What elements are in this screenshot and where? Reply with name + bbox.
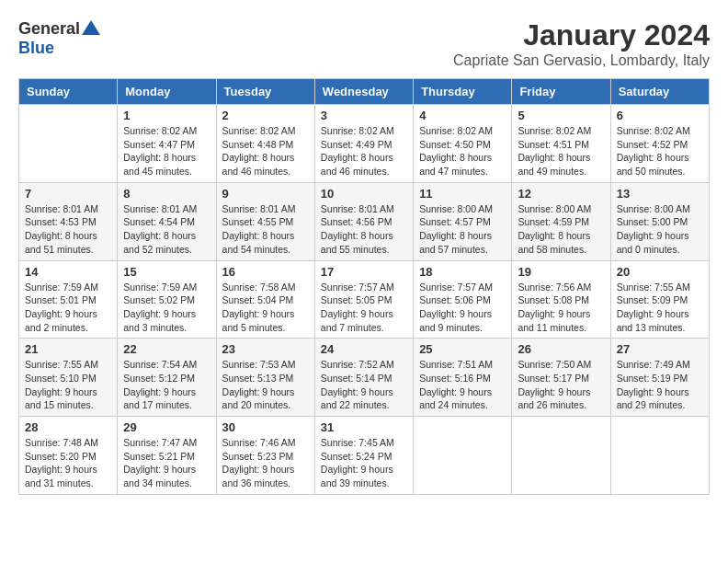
calendar-header-sunday: Sunday <box>19 79 118 105</box>
calendar-header-row: SundayMondayTuesdayWednesdayThursdayFrid… <box>19 79 710 105</box>
calendar-cell: 10Sunrise: 8:01 AMSunset: 4:56 PMDayligh… <box>314 182 413 260</box>
day-number: 16 <box>222 265 309 279</box>
calendar-cell: 25Sunrise: 7:51 AMSunset: 5:16 PMDayligh… <box>414 339 512 417</box>
calendar-cell: 6Sunrise: 8:02 AMSunset: 4:52 PMDaylight… <box>610 105 709 183</box>
day-info: Sunrise: 7:48 AMSunset: 5:20 PMDaylight:… <box>25 436 111 490</box>
day-number: 4 <box>419 109 506 122</box>
day-number: 5 <box>518 109 604 122</box>
calendar-table: SundayMondayTuesdayWednesdayThursdayFrid… <box>18 78 710 495</box>
calendar-cell: 18Sunrise: 7:57 AMSunset: 5:06 PMDayligh… <box>414 260 512 339</box>
calendar-week-row: 14Sunrise: 7:59 AMSunset: 5:01 PMDayligh… <box>19 260 710 339</box>
day-number: 8 <box>123 187 210 201</box>
calendar-cell: 11Sunrise: 8:00 AMSunset: 4:57 PMDayligh… <box>414 182 512 260</box>
day-info: Sunrise: 7:45 AMSunset: 5:24 PMDaylight:… <box>321 436 407 490</box>
day-number: 18 <box>419 265 506 279</box>
day-number: 11 <box>419 187 506 201</box>
calendar-cell: 20Sunrise: 7:55 AMSunset: 5:09 PMDayligh… <box>610 260 709 339</box>
calendar-cell: 12Sunrise: 8:00 AMSunset: 4:59 PMDayligh… <box>512 182 610 260</box>
day-info: Sunrise: 8:01 AMSunset: 4:56 PMDaylight:… <box>321 202 407 257</box>
logo-general-text: General <box>18 19 80 39</box>
calendar-cell: 15Sunrise: 7:59 AMSunset: 5:02 PMDayligh… <box>118 260 216 339</box>
day-info: Sunrise: 7:55 AMSunset: 5:09 PMDaylight:… <box>617 281 703 335</box>
calendar-header-monday: Monday <box>118 79 216 105</box>
calendar-cell <box>610 417 709 495</box>
calendar-cell: 30Sunrise: 7:46 AMSunset: 5:23 PMDayligh… <box>216 417 314 495</box>
calendar-cell: 2Sunrise: 8:02 AMSunset: 4:48 PMDaylight… <box>216 105 314 183</box>
day-number: 21 <box>25 342 111 356</box>
calendar-cell <box>414 417 512 495</box>
day-info: Sunrise: 7:51 AMSunset: 5:16 PMDaylight:… <box>419 358 506 412</box>
day-number: 30 <box>222 420 309 434</box>
calendar-cell: 17Sunrise: 7:57 AMSunset: 5:05 PMDayligh… <box>314 260 413 339</box>
calendar-header-friday: Friday <box>512 79 610 105</box>
day-info: Sunrise: 7:46 AMSunset: 5:23 PMDaylight:… <box>222 436 309 490</box>
day-info: Sunrise: 7:57 AMSunset: 5:06 PMDaylight:… <box>419 281 506 335</box>
day-number: 29 <box>123 420 210 434</box>
day-info: Sunrise: 7:49 AMSunset: 5:19 PMDaylight:… <box>617 358 703 412</box>
logo: General Blue <box>18 18 100 58</box>
page-title: January 2024 <box>453 18 710 52</box>
page-header: General Blue January 2024 Capriate San G… <box>18 18 710 69</box>
calendar-cell <box>512 417 610 495</box>
day-number: 24 <box>321 342 407 356</box>
day-number: 19 <box>518 265 604 279</box>
calendar-week-row: 28Sunrise: 7:48 AMSunset: 5:20 PMDayligh… <box>19 417 710 495</box>
logo-icon <box>82 18 100 37</box>
calendar-cell: 21Sunrise: 7:55 AMSunset: 5:10 PMDayligh… <box>19 339 118 417</box>
calendar-header-thursday: Thursday <box>414 79 512 105</box>
day-info: Sunrise: 8:02 AMSunset: 4:48 PMDaylight:… <box>222 124 309 178</box>
day-info: Sunrise: 7:58 AMSunset: 5:04 PMDaylight:… <box>222 281 309 335</box>
day-number: 1 <box>123 109 210 122</box>
calendar-cell <box>19 105 118 183</box>
day-info: Sunrise: 7:56 AMSunset: 5:08 PMDaylight:… <box>518 281 604 335</box>
page-subtitle: Capriate San Gervasio, Lombardy, Italy <box>453 52 710 69</box>
day-info: Sunrise: 8:02 AMSunset: 4:51 PMDaylight:… <box>518 124 604 178</box>
calendar-cell: 22Sunrise: 7:54 AMSunset: 5:12 PMDayligh… <box>118 339 216 417</box>
day-info: Sunrise: 7:59 AMSunset: 5:01 PMDaylight:… <box>25 281 111 335</box>
calendar-cell: 29Sunrise: 7:47 AMSunset: 5:21 PMDayligh… <box>118 417 216 495</box>
day-number: 7 <box>25 187 111 201</box>
day-info: Sunrise: 7:47 AMSunset: 5:21 PMDaylight:… <box>123 436 210 490</box>
day-number: 2 <box>222 109 309 122</box>
day-number: 12 <box>518 187 604 201</box>
day-info: Sunrise: 7:59 AMSunset: 5:02 PMDaylight:… <box>123 281 210 335</box>
calendar-cell: 19Sunrise: 7:56 AMSunset: 5:08 PMDayligh… <box>512 260 610 339</box>
day-number: 20 <box>617 265 703 279</box>
day-info: Sunrise: 8:00 AMSunset: 4:57 PMDaylight:… <box>419 202 506 257</box>
day-info: Sunrise: 8:01 AMSunset: 4:54 PMDaylight:… <box>123 202 210 257</box>
day-number: 23 <box>222 342 309 356</box>
calendar-cell: 13Sunrise: 8:00 AMSunset: 5:00 PMDayligh… <box>610 182 709 260</box>
calendar-cell: 4Sunrise: 8:02 AMSunset: 4:50 PMDaylight… <box>414 105 512 183</box>
day-info: Sunrise: 8:01 AMSunset: 4:53 PMDaylight:… <box>25 202 111 257</box>
day-info: Sunrise: 8:02 AMSunset: 4:52 PMDaylight:… <box>617 124 703 178</box>
calendar-header-tuesday: Tuesday <box>216 79 314 105</box>
calendar-cell: 23Sunrise: 7:53 AMSunset: 5:13 PMDayligh… <box>216 339 314 417</box>
calendar-week-row: 1Sunrise: 8:02 AMSunset: 4:47 PMDaylight… <box>19 105 710 183</box>
day-number: 22 <box>123 342 210 356</box>
calendar-cell: 26Sunrise: 7:50 AMSunset: 5:17 PMDayligh… <box>512 339 610 417</box>
day-number: 27 <box>617 342 703 356</box>
calendar-week-row: 7Sunrise: 8:01 AMSunset: 4:53 PMDaylight… <box>19 182 710 260</box>
day-info: Sunrise: 8:02 AMSunset: 4:47 PMDaylight:… <box>123 124 210 178</box>
day-info: Sunrise: 8:02 AMSunset: 4:50 PMDaylight:… <box>419 124 506 178</box>
calendar-cell: 31Sunrise: 7:45 AMSunset: 5:24 PMDayligh… <box>314 417 413 495</box>
day-number: 31 <box>321 420 407 434</box>
day-number: 13 <box>617 187 703 201</box>
calendar-cell: 14Sunrise: 7:59 AMSunset: 5:01 PMDayligh… <box>19 260 118 339</box>
calendar-week-row: 21Sunrise: 7:55 AMSunset: 5:10 PMDayligh… <box>19 339 710 417</box>
title-block: January 2024 Capriate San Gervasio, Lomb… <box>453 18 710 69</box>
calendar-cell: 1Sunrise: 8:02 AMSunset: 4:47 PMDaylight… <box>118 105 216 183</box>
day-number: 6 <box>617 109 703 122</box>
calendar-cell: 28Sunrise: 7:48 AMSunset: 5:20 PMDayligh… <box>19 417 118 495</box>
day-info: Sunrise: 7:52 AMSunset: 5:14 PMDaylight:… <box>321 358 407 412</box>
day-number: 17 <box>321 265 407 279</box>
day-info: Sunrise: 7:55 AMSunset: 5:10 PMDaylight:… <box>25 358 111 412</box>
day-info: Sunrise: 8:00 AMSunset: 4:59 PMDaylight:… <box>518 202 604 257</box>
calendar-cell: 7Sunrise: 8:01 AMSunset: 4:53 PMDaylight… <box>19 182 118 260</box>
day-info: Sunrise: 7:50 AMSunset: 5:17 PMDaylight:… <box>518 358 604 412</box>
day-number: 10 <box>321 187 407 201</box>
day-number: 28 <box>25 420 111 434</box>
day-info: Sunrise: 7:54 AMSunset: 5:12 PMDaylight:… <box>123 358 210 412</box>
svg-marker-0 <box>82 20 100 35</box>
calendar-cell: 5Sunrise: 8:02 AMSunset: 4:51 PMDaylight… <box>512 105 610 183</box>
